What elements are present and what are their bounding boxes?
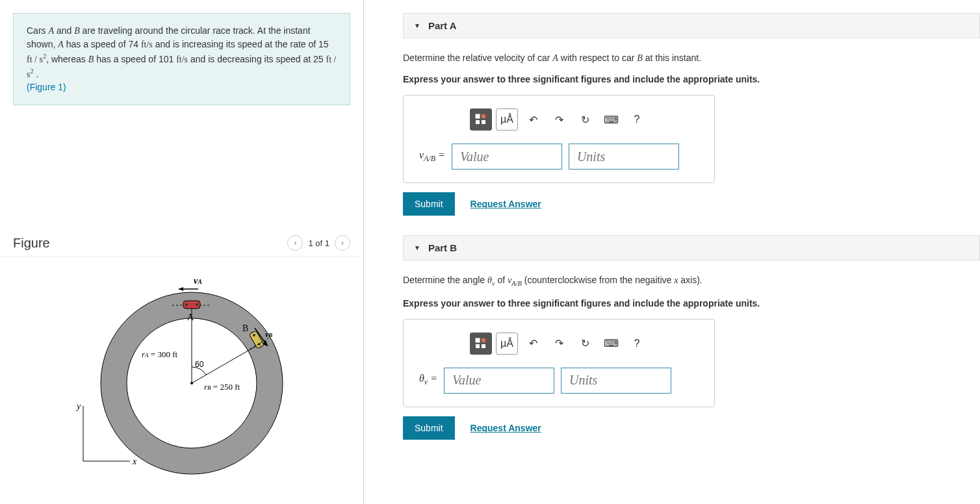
svg-text:x: x: [132, 457, 137, 466]
part-a-instruction: Express your answer to three significant…: [403, 74, 980, 84]
figure-counter: 1 of 1: [308, 238, 329, 248]
text: of: [495, 275, 508, 285]
svg-text:B: B: [242, 323, 248, 333]
svg-rect-29: [482, 114, 485, 118]
var-A: A: [552, 53, 558, 63]
text: .: [34, 68, 39, 79]
units-input[interactable]: [561, 368, 671, 394]
var-B: B: [74, 26, 80, 36]
undo-icon[interactable]: ↶: [522, 108, 544, 131]
svg-marker-7: [179, 287, 183, 291]
text: at this instant.: [643, 53, 701, 63]
left-panel: Cars A and B are traveling around the ci…: [0, 0, 364, 504]
track-diagram: vA A B vB rA = 300 ft 60 rB = 250 ft y x: [71, 270, 292, 484]
part-b-section: ▼ Part B Determine the angle θv of vA/B …: [403, 235, 980, 440]
text: , whereas: [46, 54, 88, 64]
text: Cars: [27, 25, 48, 36]
units-input[interactable]: [569, 144, 679, 170]
unit: ft/s: [141, 40, 153, 49]
svg-rect-32: [476, 338, 480, 342]
keyboard-icon[interactable]: ⌨: [600, 108, 622, 131]
svg-text:60: 60: [195, 360, 204, 369]
svg-text:A: A: [187, 312, 194, 322]
part-a-section: ▼ Part A Determine the relative velocity…: [403, 13, 980, 216]
keyboard-icon[interactable]: ⌨: [600, 333, 622, 355]
collapse-icon: ▼: [414, 22, 420, 29]
submit-button[interactable]: Submit: [403, 192, 455, 216]
var-theta: θv: [487, 275, 495, 285]
toolbar: μÅ ↶ ↷ ↻ ⌨ ?: [419, 333, 699, 355]
undo-icon[interactable]: ↶: [522, 333, 544, 355]
figure-next-button[interactable]: ›: [335, 235, 350, 251]
text: and is decreasing its speed at 25: [188, 54, 326, 64]
part-b-header[interactable]: ▼ Part B: [403, 235, 980, 260]
reset-icon[interactable]: ↻: [574, 108, 596, 131]
reset-icon[interactable]: ↻: [574, 333, 596, 355]
figure-prev-button[interactable]: ‹: [287, 235, 303, 251]
template-tool-icon[interactable]: [470, 108, 492, 131]
part-a-header[interactable]: ▼ Part A: [403, 13, 980, 38]
var-B: B: [637, 53, 643, 63]
answer-label: θv =: [419, 373, 437, 387]
submit-button[interactable]: Submit: [403, 416, 455, 440]
submit-row: Submit Request Answer: [403, 192, 980, 216]
svg-point-9: [185, 303, 188, 306]
part-a-question: Determine the relative velocity of car A…: [403, 51, 980, 65]
text: with respect to car: [558, 53, 637, 63]
text: and: [54, 25, 74, 36]
value-input[interactable]: [444, 368, 554, 394]
toolbar: μÅ ↶ ↷ ↻ ⌨ ?: [419, 108, 699, 131]
text: Determine the angle: [403, 275, 487, 285]
svg-rect-34: [476, 344, 480, 348]
text: axis).: [678, 275, 702, 285]
svg-rect-33: [482, 338, 485, 342]
figure-header: Figure ‹ 1 of 1 ›: [0, 235, 363, 257]
symbols-tool-button[interactable]: μÅ: [496, 333, 518, 355]
figure-title: Figure: [13, 236, 50, 251]
part-b-answer-box: μÅ ↶ ↷ ↻ ⌨ ? θv =: [403, 319, 715, 407]
value-input[interactable]: [452, 144, 562, 170]
figure-nav: ‹ 1 of 1 ›: [287, 235, 350, 251]
var-B: B: [88, 55, 94, 64]
right-panel: ▼ Part A Determine the relative velocity…: [364, 0, 980, 504]
text: has a speed of 101: [94, 54, 176, 64]
figure-link[interactable]: (Figure 1): [27, 82, 66, 92]
redo-icon[interactable]: ↷: [548, 333, 570, 355]
collapse-icon: ▼: [414, 244, 420, 251]
text: (counterclockwise from the negaitive: [522, 275, 674, 285]
svg-rect-35: [482, 344, 485, 348]
part-a-title: Part A: [428, 20, 457, 31]
template-tool-icon[interactable]: [470, 333, 492, 355]
svg-rect-30: [476, 120, 480, 124]
svg-text:y: y: [75, 401, 81, 411]
help-icon[interactable]: ?: [626, 108, 648, 131]
figure-image: vA A B vB rA = 300 ft 60 rB = 250 ft y x: [0, 257, 363, 497]
part-a-answer-box: μÅ ↶ ↷ ↻ ⌨ ? vA/B =: [403, 95, 715, 183]
svg-rect-31: [482, 120, 485, 124]
var-A: A: [48, 26, 54, 36]
request-answer-link[interactable]: Request Answer: [471, 199, 541, 209]
text: Determine the relative velocity of car: [403, 53, 552, 63]
problem-statement: Cars A and B are traveling around the ci…: [13, 13, 350, 105]
svg-text:vB: vB: [265, 330, 272, 339]
request-answer-link[interactable]: Request Answer: [471, 423, 541, 433]
answer-label: vA/B =: [419, 149, 445, 164]
submit-row: Submit Request Answer: [403, 416, 980, 440]
var-v: vA/B: [508, 275, 522, 285]
part-b-question: Determine the angle θv of vA/B (counterc…: [403, 273, 980, 289]
unit: ft / s: [27, 55, 43, 64]
svg-point-10: [196, 303, 198, 306]
part-b-title: Part B: [428, 242, 457, 253]
redo-icon[interactable]: ↷: [548, 108, 570, 131]
answer-row: θv =: [419, 368, 699, 394]
var-A: A: [58, 40, 64, 49]
part-b-instruction: Express your answer to three significant…: [403, 298, 980, 309]
help-icon[interactable]: ?: [626, 333, 648, 355]
symbols-tool-button[interactable]: μÅ: [496, 108, 518, 131]
text: has a speed of 74: [64, 39, 141, 49]
svg-text:vA: vA: [194, 276, 202, 286]
answer-row: vA/B =: [419, 144, 699, 170]
svg-rect-28: [476, 114, 480, 118]
text: and is increasing its speed at the rate …: [153, 39, 329, 49]
unit: ft/s: [176, 55, 188, 64]
